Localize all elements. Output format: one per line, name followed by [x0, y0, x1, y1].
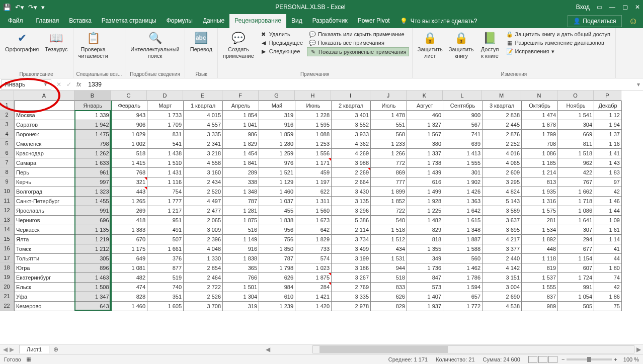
cell[interactable]: 722	[371, 206, 407, 216]
cell[interactable]: 829	[407, 225, 443, 235]
cell[interactable]: 1 46	[594, 197, 622, 206]
zoom-slider[interactable]: − + 100 %	[561, 356, 639, 362]
cell[interactable]: Ялта	[15, 235, 75, 244]
cell[interactable]: Волгоград	[15, 187, 75, 197]
cell[interactable]: 1 641	[558, 216, 594, 225]
cell[interactable]: 1 567	[407, 130, 443, 139]
cell[interactable]: 1 61	[594, 225, 622, 235]
track-changes-button[interactable]: 📝Исправления ▾	[504, 47, 612, 55]
cell[interactable]: 443	[111, 187, 147, 197]
cell[interactable]: 3 988	[332, 158, 371, 168]
cell[interactable]: 1 212	[75, 244, 111, 254]
cell[interactable]: 541	[147, 139, 184, 149]
cell[interactable]: 1 841	[223, 158, 259, 168]
cell[interactable]: 741	[443, 130, 483, 139]
cell[interactable]: 41	[594, 244, 622, 254]
hscroll-left-icon[interactable]: ◀	[264, 346, 272, 353]
cell[interactable]: 1 383	[111, 225, 147, 235]
cell[interactable]: 669	[558, 130, 594, 139]
cell[interactable]: 2 464	[184, 273, 223, 283]
cell[interactable]: 1 777	[147, 197, 184, 206]
cell[interactable]: 1 002	[111, 139, 147, 149]
sheet-nav-first-icon[interactable]: ◀	[3, 346, 8, 353]
row-header-20[interactable]: 20	[0, 282, 14, 292]
cell[interactable]: 2 838	[483, 111, 522, 120]
cell[interactable]: 3 квартал	[483, 101, 522, 111]
cell[interactable]: 944	[371, 263, 407, 273]
cell[interactable]: 831	[147, 130, 184, 139]
cell[interactable]: 777	[371, 177, 407, 187]
cell[interactable]: 4 269	[332, 149, 371, 158]
cell[interactable]: 626	[259, 273, 295, 283]
cell[interactable]: 1 892	[522, 235, 558, 244]
cell[interactable]: 1 348	[443, 225, 483, 235]
cell[interactable]: Кемерово	[15, 302, 75, 311]
cell[interactable]: 1 439	[407, 168, 443, 177]
cell[interactable]: 1 438	[147, 149, 184, 158]
cell[interactable]: 819	[522, 263, 558, 273]
cell[interactable]: 294	[558, 235, 594, 244]
protect-sheet-button[interactable]: 🔒 Защититьлист	[416, 30, 445, 60]
cell[interactable]: 1 594	[443, 283, 483, 292]
cell[interactable]: 2 440	[483, 254, 522, 263]
zoom-in-icon[interactable]: +	[614, 356, 617, 362]
row-header-6[interactable]: 6	[0, 148, 14, 158]
col-header-N[interactable]: N	[521, 90, 557, 101]
cell[interactable]: 916	[223, 244, 259, 254]
cell[interactable]: 448	[522, 244, 558, 254]
col-header-H[interactable]: H	[295, 90, 331, 101]
cell[interactable]: 551	[371, 120, 407, 130]
row-header-7[interactable]: 7	[0, 158, 14, 167]
cell[interactable]: 896	[75, 263, 111, 273]
cell[interactable]: 670	[111, 235, 147, 244]
cell[interactable]: Воронеж	[15, 130, 75, 139]
cell[interactable]: Апрель	[223, 101, 259, 111]
expand-fbar-icon[interactable]: ▾	[634, 81, 643, 88]
row-header-1[interactable]: 1	[0, 101, 14, 110]
tab-review[interactable]: Рецензирование	[229, 14, 286, 28]
tell-me[interactable]: 💡Что вы хотите сделать?	[395, 14, 483, 28]
cell[interactable]: 2 609	[483, 168, 522, 177]
cell[interactable]: 708	[522, 139, 558, 149]
cell[interactable]: 573	[407, 283, 443, 292]
row-header-21[interactable]: 21	[0, 292, 14, 301]
cell[interactable]: 1 311	[295, 197, 332, 206]
cell[interactable]: 1 431	[147, 168, 184, 177]
cell[interactable]: 833	[371, 283, 407, 292]
cell[interactable]: 1 718	[558, 197, 594, 206]
cell[interactable]: 5 386	[332, 216, 371, 225]
select-all-corner[interactable]	[0, 90, 14, 101]
cell[interactable]: 4 142	[483, 263, 522, 273]
cell[interactable]: 2 526	[184, 292, 223, 302]
col-header-E[interactable]: E	[183, 90, 222, 101]
cell[interactable]: 2 722	[184, 283, 223, 292]
formula-input[interactable]	[85, 80, 634, 89]
cell[interactable]: 772	[371, 158, 407, 168]
cell[interactable]: 1 555	[522, 283, 558, 292]
cell[interactable]: 1 154	[558, 254, 594, 263]
cell[interactable]: 42	[594, 283, 622, 292]
cell[interactable]: 1 316	[522, 197, 558, 206]
cell[interactable]: Ноябрь	[558, 101, 594, 111]
cell[interactable]: 434	[371, 244, 407, 254]
col-header-P[interactable]: P	[594, 90, 621, 101]
cell[interactable]: 5 143	[483, 197, 522, 206]
cell[interactable]: 1 407	[407, 292, 443, 302]
cell[interactable]: 3 135	[332, 197, 371, 206]
zoom-out-icon[interactable]: −	[561, 356, 565, 362]
cell[interactable]: 1 508	[75, 283, 111, 292]
cell[interactable]: 626	[371, 292, 407, 302]
cell[interactable]: 1 462	[443, 263, 483, 273]
cell[interactable]: Уфа	[15, 292, 75, 302]
cell[interactable]: 459	[295, 168, 332, 177]
cell[interactable]: 1 454	[223, 149, 259, 158]
cell[interactable]: 1 037	[259, 197, 295, 206]
tab-layout[interactable]: Разметка страницы	[97, 14, 162, 28]
tab-file[interactable]: Файл	[0, 14, 31, 28]
cell[interactable]: 740	[147, 283, 184, 292]
cell[interactable]: 1 724	[558, 273, 594, 283]
cell[interactable]: 2 690	[483, 292, 522, 302]
cell[interactable]: 610	[259, 292, 295, 302]
cell[interactable]: 1 928	[407, 197, 443, 206]
cell[interactable]: 1 531	[371, 254, 407, 263]
